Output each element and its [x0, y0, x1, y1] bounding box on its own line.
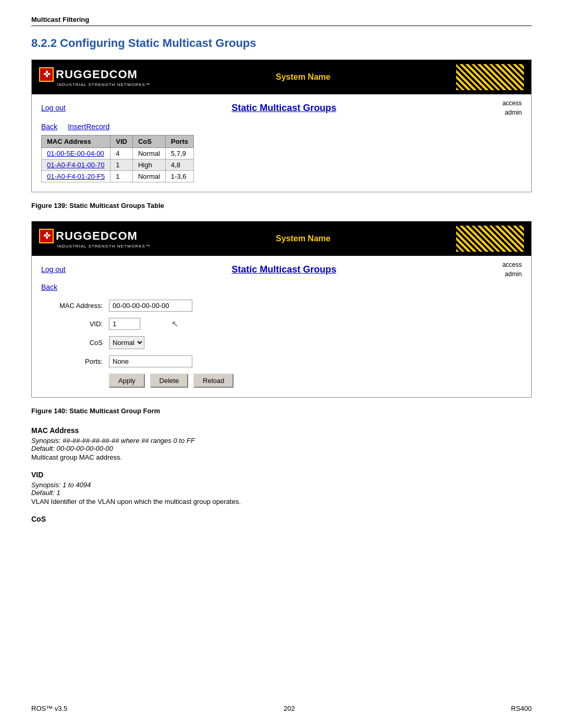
logo-subtitle-1: INDUSTRIAL STRENGTH NETWORKS™: [57, 83, 150, 87]
cos-row: CoS NormalHighLow: [41, 336, 522, 349]
logo-text-2: RUGGEDCOM: [56, 230, 138, 242]
system-name-2: System Name: [150, 234, 456, 243]
back-link-2[interactable]: Back: [41, 283, 57, 291]
page-footer: ROS™ v3.5 202 RS400: [31, 705, 532, 712]
col-header-ports: Ports: [165, 135, 193, 148]
multicast-groups-table: MAC Address VID CoS Ports 01-00-5E-00-04…: [41, 135, 194, 182]
mac-address-desc-title: MAC Address: [31, 426, 532, 435]
section-title: 8.2.2 Configuring Static Multicast Group…: [31, 36, 532, 50]
stripe-pattern-1: [456, 64, 524, 90]
insertrecord-link-1[interactable]: InsertRecord: [68, 122, 109, 131]
cursor-icon: ↖: [172, 319, 178, 329]
table-cell-mac: 01-A0-F4-01-20-F5: [42, 171, 111, 182]
col-header-mac: MAC Address: [42, 135, 111, 148]
table-cell-ports: 1-3,6: [165, 171, 193, 182]
ruggedcom-logo-2: ✜ RUGGEDCOM INDUSTRIAL STRENGTH NETWORKS…: [39, 229, 150, 249]
table-cell-cos: Normal: [132, 171, 165, 182]
figure-139-caption: Figure 139: Static Multicast Groups Tabl…: [31, 202, 532, 209]
table-row: 01-A0-F4-01-00-70 1 High 4,8: [42, 159, 194, 171]
panel-title-1: Static Multicast Groups: [66, 103, 503, 114]
ruggedcom-header-1: ✜ RUGGEDCOM INDUSTRIAL STRENGTH NETWORKS…: [32, 60, 531, 94]
vid-desc-title: VID: [31, 471, 532, 479]
header-nav-row-2: Log out Static Multicast Groups access a…: [32, 256, 531, 279]
logout-link-2[interactable]: Log out: [41, 265, 66, 274]
vid-input[interactable]: [109, 318, 140, 330]
vid-default: Default: 1: [31, 489, 532, 497]
ruggedcom-logo-1: ✜ RUGGEDCOM INDUSTRIAL STRENGTH NETWORKS…: [39, 67, 150, 87]
access-info-2: access admin: [503, 260, 522, 279]
panel-table: ✜ RUGGEDCOM INDUSTRIAL STRENGTH NETWORKS…: [31, 59, 532, 192]
ports-input[interactable]: [109, 355, 192, 367]
logo-icon-2: ✜: [39, 229, 54, 243]
mac-link[interactable]: 01-A0-F4-01-00-70: [47, 161, 105, 169]
vid-synopsis: Synopsis: 1 to 4094: [31, 481, 532, 489]
panel-form: ✜ RUGGEDCOM INDUSTRIAL STRENGTH NETWORKS…: [31, 221, 532, 398]
mac-address-default: Default: 00-00-00-00-00-00: [31, 445, 532, 452]
mac-link[interactable]: 01-A0-F4-01-20-F5: [47, 172, 105, 180]
mac-address-input[interactable]: [109, 300, 192, 312]
cos-desc: CoS: [31, 515, 532, 523]
apply-button[interactable]: Apply: [109, 374, 145, 388]
figure-140-caption: Figure 140: Static Multicast Group Form: [31, 407, 532, 415]
panel-title-2: Static Multicast Groups: [66, 264, 503, 275]
cos-select[interactable]: NormalHighLow: [109, 336, 144, 349]
table-cell-vid: 1: [111, 159, 133, 171]
col-header-cos: CoS: [132, 135, 165, 148]
reload-button[interactable]: Reload: [193, 374, 234, 388]
vid-desc: VID Synopsis: 1 to 4094 Default: 1 VLAN …: [31, 471, 532, 505]
mac-address-synopsis: Synopsis: ##-##-##-##-##-## where ## ran…: [31, 437, 532, 445]
delete-button[interactable]: Delete: [150, 374, 189, 388]
mac-address-row: MAC Address:: [41, 300, 522, 312]
mac-link[interactable]: 01-00-5E-00-04-00: [47, 150, 104, 157]
cos-label: CoS: [41, 339, 109, 347]
table-cell-ports: 5,7,9: [165, 148, 193, 159]
stripe-pattern-2: [456, 226, 524, 252]
table-row: 01-00-5E-00-04-00 4 Normal 5,7,9: [42, 148, 194, 159]
vid-row: VID: ↖: [41, 318, 522, 330]
mac-address-text: Multicast group MAC address.: [31, 453, 532, 461]
table-container-1: Back InsertRecord MAC Address VID CoS Po…: [32, 117, 531, 192]
vid-text: VLAN Identifier of the VLAN upon which t…: [31, 498, 532, 505]
table-cell-cos: Normal: [132, 148, 165, 159]
header-nav-row-1: Log out Static Multicast Groups access a…: [32, 94, 531, 117]
mac-address-label: MAC Address:: [41, 302, 109, 310]
logout-link-1[interactable]: Log out: [41, 104, 66, 112]
cos-desc-title: CoS: [31, 515, 532, 523]
col-header-vid: VID: [111, 135, 133, 148]
mac-address-desc: MAC Address Synopsis: ##-##-##-##-##-## …: [31, 426, 532, 461]
button-row: Apply Delete Reload: [41, 374, 522, 388]
system-name-1: System Name: [150, 72, 456, 82]
logo-icon-1: ✜: [39, 67, 54, 82]
section-header: Multicast Filtering: [31, 16, 532, 26]
table-cell-mac: 01-00-5E-00-04-00: [42, 148, 111, 159]
footer-center: 202: [284, 705, 295, 712]
table-cell-vid: 1: [111, 171, 133, 182]
table-cell-mac: 01-A0-F4-01-00-70: [42, 159, 111, 171]
vid-label: VID:: [41, 320, 109, 328]
table-cell-vid: 4: [111, 148, 133, 159]
back-link-1[interactable]: Back: [41, 122, 57, 131]
footer-left: ROS™ v3.5: [31, 705, 67, 712]
ports-row: Ports:: [41, 355, 522, 367]
footer-right: RS400: [511, 705, 532, 712]
form-area: MAC Address: VID: ↖ CoS NormalHighLow Po…: [32, 291, 531, 397]
logo-subtitle-2: INDUSTRIAL STRENGTH NETWORKS™: [57, 244, 150, 249]
access-info-1: access admin: [503, 98, 522, 117]
logo-text-1: RUGGEDCOM: [56, 69, 138, 80]
table-row: 01-A0-F4-01-20-F5 1 Normal 1-3,6: [42, 171, 194, 182]
table-cell-ports: 4,8: [165, 159, 193, 171]
ports-label: Ports:: [41, 357, 109, 365]
table-cell-cos: High: [132, 159, 165, 171]
ruggedcom-header-2: ✜ RUGGEDCOM INDUSTRIAL STRENGTH NETWORKS…: [32, 221, 531, 256]
